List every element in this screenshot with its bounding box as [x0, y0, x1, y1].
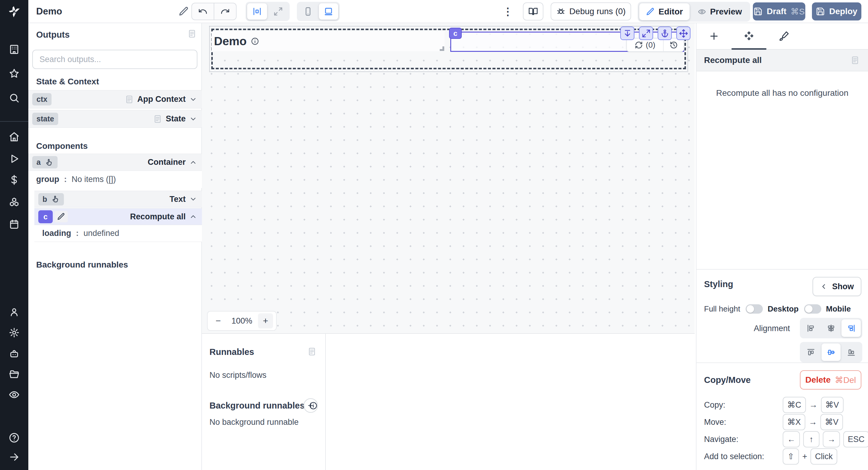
styling-show-button[interactable]: Show: [812, 277, 861, 296]
kbd-key: ⌘V: [820, 414, 843, 430]
zoom-out-button[interactable]: −: [211, 313, 226, 328]
runs-play-icon[interactable]: [8, 153, 20, 165]
debug-runs-button[interactable]: Debug runs (0): [551, 2, 631, 21]
app-canvas[interactable]: Demo c (0) − 100% +: [202, 23, 695, 333]
plus-separator: +: [802, 451, 807, 461]
schedules-calendar-icon[interactable]: [8, 218, 20, 230]
component-b-badge: b: [38, 193, 64, 206]
anchor-button[interactable]: [658, 27, 672, 40]
tab-insert-component[interactable]: [696, 23, 732, 49]
runnables-panel: Runnables No scripts/flows Background ru…: [202, 333, 695, 470]
chevron-up-icon[interactable]: [189, 213, 197, 221]
ctx-type-label: App Context: [137, 95, 186, 104]
background-runnables-heading: Background runnables: [36, 260, 128, 270]
component-doc-icon[interactable]: [850, 56, 860, 65]
component-c-badge: c: [38, 210, 53, 223]
text-component-b[interactable]: Demo: [212, 31, 444, 51]
editor-tab[interactable]: Editor: [639, 3, 689, 20]
windmill-logo-icon[interactable]: [0, 0, 28, 23]
output-row-ctx[interactable]: ctx App Context: [28, 90, 202, 108]
component-row-b[interactable]: b Text: [34, 191, 202, 208]
component-row-a[interactable]: a Container: [28, 154, 202, 171]
resources-cubes-icon[interactable]: [8, 196, 20, 208]
align-bottom-button[interactable]: [841, 343, 861, 361]
editor-preview-switch: Editor Preview: [638, 2, 750, 22]
components-heading: Components: [36, 141, 88, 151]
align-center-horizontal-button[interactable]: [822, 319, 841, 337]
fullscreen-layout-button[interactable]: [268, 3, 288, 20]
favorites-star-icon[interactable]: [8, 67, 20, 80]
output-row-state[interactable]: state State: [28, 110, 202, 128]
component-a-type: Container: [148, 158, 186, 167]
expand-arrow-icon[interactable]: [8, 451, 20, 463]
outputs-doc-icon[interactable]: [187, 29, 196, 38]
move-label: Move:: [704, 417, 726, 427]
recompute-refresh-button[interactable]: (0): [627, 38, 663, 51]
runnables-doc-icon[interactable]: [307, 347, 316, 356]
desktop-view-button[interactable]: [319, 3, 338, 20]
kbd-key: ⌘V: [821, 397, 844, 413]
editor-tab-label: Editor: [658, 7, 683, 17]
add-background-runnable-button[interactable]: [304, 398, 318, 413]
search-icon[interactable]: [8, 92, 20, 104]
hand-pointer-icon: [45, 158, 53, 167]
zoom-level: 100%: [226, 316, 258, 326]
home-icon[interactable]: [8, 131, 20, 143]
add-to-selection-label: Add to selection:: [704, 452, 764, 461]
preview-tab[interactable]: Preview: [691, 3, 749, 20]
chevron-down-icon[interactable]: [189, 95, 197, 103]
audit-eye-icon[interactable]: [8, 389, 20, 401]
undo-button[interactable]: [192, 3, 214, 20]
folders-icon[interactable]: [8, 368, 20, 380]
app-title: Demo: [36, 6, 62, 17]
outputs-title: Outputs: [36, 30, 70, 40]
desktop-mobile-toggle[interactable]: [804, 304, 821, 314]
undo-redo-group: [191, 3, 237, 20]
more-menu-button[interactable]: ⋮: [502, 4, 514, 19]
docs-button[interactable]: [523, 2, 544, 21]
chevron-down-icon[interactable]: [189, 115, 197, 123]
center-layout-button[interactable]: [247, 3, 267, 20]
component-b-type: Text: [169, 195, 186, 204]
redo-button[interactable]: [214, 3, 236, 20]
zoom-in-button[interactable]: +: [258, 313, 273, 328]
delete-component-button[interactable]: Delete ⌘Del: [800, 370, 861, 389]
section-divider: [696, 363, 868, 363]
component-c-prop-row[interactable]: loading : undefined: [34, 225, 202, 242]
users-icon[interactable]: [8, 306, 20, 318]
chevron-down-icon[interactable]: [189, 195, 197, 203]
resize-handle[interactable]: [440, 46, 444, 51]
selected-component-tag[interactable]: c: [449, 28, 462, 39]
variables-dollar-icon[interactable]: [8, 174, 20, 186]
rename-pencil-icon[interactable]: [55, 211, 68, 222]
align-right-button[interactable]: [841, 319, 861, 337]
edit-title-pencil-icon[interactable]: [179, 6, 189, 17]
align-center-vertical-button[interactable]: [822, 343, 841, 361]
help-icon[interactable]: [8, 432, 20, 444]
chevron-up-icon[interactable]: [189, 158, 197, 166]
settings-gear-icon[interactable]: [8, 326, 20, 339]
component-row-c-selected[interactable]: c Recompute all: [34, 208, 202, 225]
kbd-key: ←: [783, 431, 800, 447]
align-top-button[interactable]: [801, 343, 821, 361]
expand-down-button[interactable]: [620, 27, 634, 40]
kbd-key: ⌘C: [783, 397, 806, 413]
tab-styling[interactable]: [767, 23, 801, 49]
fullscreen-button[interactable]: [639, 27, 653, 40]
recompute-history-button[interactable]: [663, 38, 684, 51]
search-outputs-input[interactable]: [32, 50, 197, 69]
deploy-button[interactable]: Deploy: [812, 2, 861, 21]
mobile-view-button[interactable]: [299, 3, 318, 20]
move-button[interactable]: [676, 27, 690, 40]
tab-component-settings-active[interactable]: [732, 23, 767, 49]
chevron-left-icon: [820, 283, 828, 290]
workers-toolbox-icon[interactable]: [8, 348, 20, 360]
workspace-icon[interactable]: [8, 43, 20, 56]
align-left-button[interactable]: [801, 319, 821, 337]
device-toggle-group: [297, 2, 340, 21]
background-runnables-title: Background runnables: [210, 401, 305, 411]
component-a-prop-row[interactable]: group : No items ([]): [28, 171, 202, 188]
layout-toggle-group: [246, 2, 290, 21]
full-height-toggle[interactable]: [746, 304, 763, 314]
save-draft-button[interactable]: Draft ⌘S: [753, 2, 805, 21]
